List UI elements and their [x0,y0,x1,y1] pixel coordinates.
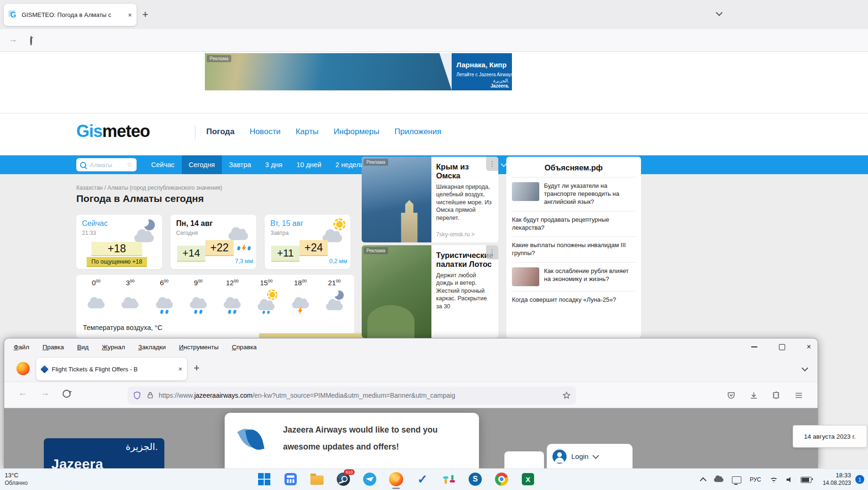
menu-bookmarks[interactable]: Закладки [138,344,166,351]
file-explorer-icon[interactable] [309,472,324,487]
nav-informery[interactable]: Информеры [333,127,379,137]
breadcrumb[interactable]: Казахстан / Алматы (город республиканско… [76,185,222,191]
wifi-icon[interactable] [770,477,778,483]
city-search-box[interactable]: ☆ [76,158,137,171]
wtab-segodnya[interactable]: Сегодня [182,155,222,174]
hour-cell[interactable]: 600 [147,279,181,314]
search-icon [80,162,86,168]
taskbar-weather-widget[interactable]: 13°C Облачно [5,471,28,487]
jazeera-ad-banner[interactable]: Ларнака, Кипр Летайте с Jazeera Airways … [205,53,512,90]
pocket-icon[interactable] [726,391,736,400]
sun-rain-icon [253,289,279,314]
wtab-seychas[interactable]: Сейчас [144,155,182,174]
list-all-tabs-icon[interactable] [716,9,722,16]
ad-crimea[interactable]: Реклама Крым из Омска Шикарная природа, … [362,157,498,242]
menu-edit[interactable]: Правка [42,344,64,351]
menu-tools[interactable]: Инструменты [179,344,219,351]
jazeera-logo-block[interactable]: الجزيرة. Jazeera [44,438,164,468]
hour-cell[interactable]: 000 [79,279,113,314]
url-bar[interactable]: https://www.jazeeraairways.com/en-kw?utm… [128,386,576,404]
back-button[interactable]: ← [18,388,27,398]
bookmark-star-icon[interactable] [562,391,571,400]
wtab-3dnya[interactable]: 3 дня [258,155,289,174]
precip-amount: 7,3 мм [234,258,254,265]
telegram-icon[interactable] [362,472,377,487]
hour-cell[interactable]: 900 [181,279,215,314]
weather-card-tomorrow[interactable]: Вт, 15 авг Завтра +11 +24 0,2 мм [265,215,350,269]
menu-file[interactable]: Файл [14,344,29,351]
header-button-partial[interactable] [504,451,544,468]
onedrive-cloud-icon[interactable] [714,478,723,482]
wtab-zavtra[interactable]: Завтра [222,155,258,174]
menu-history[interactable]: Журнал [102,344,125,351]
hidden-icons-chevron[interactable] [700,477,706,484]
wtab-10dney[interactable]: 10 дней [290,155,329,174]
reload-button[interactable] [30,36,32,46]
ad-options-icon[interactable]: ⋮ [486,245,498,259]
todo-icon[interactable]: ✓ [415,472,430,487]
forward-button[interactable]: → [8,34,17,45]
chrome-icon[interactable] [494,472,509,487]
excel-icon[interactable]: X [520,472,535,487]
hour-cell[interactable]: 1200 [215,279,249,314]
temp-min: +11 [271,246,300,262]
tab-close-icon[interactable]: × [178,365,182,373]
reload-button[interactable] [63,390,71,398]
extensions-icon[interactable] [771,391,781,400]
skype-icon[interactable]: S [468,472,483,487]
nav-novosti[interactable]: Новости [250,127,281,137]
steam-icon[interactable]: 610 [336,472,351,487]
search-input[interactable] [89,161,120,169]
close-button[interactable]: × [807,343,811,351]
nav-pogoda[interactable]: Погода [206,127,235,137]
battery-icon[interactable] [801,477,811,483]
firefox-taskbar-icon[interactable] [389,472,404,487]
shield-icon[interactable] [132,391,142,400]
firefox1-active-tab[interactable]: G GISMETEO: Погода в Алматы с × [4,4,137,26]
display-icon[interactable] [732,476,741,483]
weather-card-today[interactable]: Пн, 14 авг Сегодня +14 +22 7,3 мм [170,215,256,269]
hour-cell[interactable]: 300 [113,279,147,314]
volume-icon[interactable] [787,477,792,482]
ad-link[interactable]: 7sky-omsk.ru > [436,231,475,238]
hour-cell[interactable]: 1500 [249,279,283,314]
calculator-icon[interactable] [283,472,298,487]
maximize-button[interactable] [779,344,785,350]
news-item[interactable]: Когда совершит посадку «Луна-25»? [512,291,635,309]
rain-storm-icon [237,245,251,251]
firefox2-toolbar: ← → https://www.jazeeraairways.com/en-kw… [4,382,818,408]
news-item[interactable]: Как будут продавать рецептурные лекарств… [512,211,635,237]
news-item[interactable]: Как ослабление рубля влияет на экономику… [512,262,635,291]
menu-view[interactable]: Вид [77,344,89,351]
keyboard-language[interactable]: РУС [750,476,761,483]
minimize-button[interactable] [751,346,757,347]
lock-icon[interactable] [146,391,155,400]
tab-close-icon[interactable]: × [128,11,132,19]
login-button[interactable]: Login [547,444,633,468]
news-item[interactable]: Будут ли указатели на транспорте перевод… [512,177,635,211]
hour-cell[interactable]: 2100 [317,279,351,314]
news-item[interactable]: Какие выплаты положены инвалидам III гру… [512,236,635,262]
forward-button[interactable]: → [41,388,49,398]
menu-help[interactable]: Справка [232,344,257,351]
firefox2-active-tab[interactable]: Flight Tickets & Flight Offers - B × [36,358,187,380]
menu-hamburger-icon[interactable] [794,391,803,400]
start-icon[interactable] [257,472,272,487]
list-all-tabs-icon[interactable] [802,365,808,371]
slack-icon[interactable] [441,472,456,487]
weather-card-now[interactable]: Сейчас 21:33 +18 По ощущению +18 [76,215,162,269]
ad-tents[interactable]: Реклама Туристические палатки Лотос Держ… [362,245,498,338]
nav-prilozheniya[interactable]: Приложения [394,127,441,137]
hour-cell[interactable]: 1800 [284,279,317,314]
new-tab-button[interactable]: + [194,362,200,374]
taskbar-clock[interactable]: 18:33 14.08.2023 [823,472,851,487]
downloads-icon[interactable] [749,391,758,400]
nav-karty[interactable]: Карты [296,127,318,137]
notification-badge[interactable]: 1 [855,475,864,484]
favorite-star-icon[interactable]: ☆ [127,161,133,169]
new-tab-button[interactable]: + [142,8,148,21]
gismeteo-logo[interactable]: Gismeteo [76,121,150,141]
ad-options-icon[interactable]: ⋮ [486,157,498,171]
modal-text-line1: Jazeera Airways would like to send you [283,425,438,435]
firefox-icon[interactable] [16,362,30,375]
